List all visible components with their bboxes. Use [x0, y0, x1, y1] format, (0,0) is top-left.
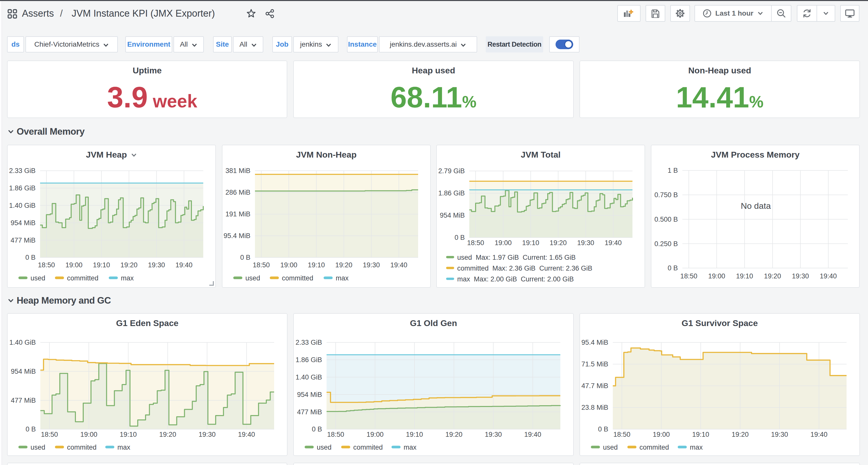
svg-text:19:40: 19:40	[524, 431, 541, 438]
svg-text:19:20: 19:20	[550, 239, 567, 247]
svg-text:18:50: 18:50	[253, 261, 270, 269]
svg-text:0 B: 0 B	[598, 426, 608, 433]
svg-text:committed Max: 2.36 GiB Curr: committed Max: 2.36 GiB Current: 2.36 Gi…	[457, 265, 592, 272]
svg-text:max: max	[403, 443, 416, 451]
svg-text:19:30: 19:30	[363, 261, 380, 269]
svg-text:1.40 GiB: 1.40 GiB	[296, 373, 322, 381]
svg-text:954 MiB: 954 MiB	[11, 368, 36, 375]
svg-text:19:40: 19:40	[176, 261, 193, 269]
svg-text:23.8 MiB: 23.8 MiB	[581, 404, 608, 411]
svg-text:1.86 GiB: 1.86 GiB	[296, 356, 322, 364]
svg-text:19:40: 19:40	[238, 431, 255, 438]
svg-text:19:40: 19:40	[820, 272, 837, 280]
svg-text:19:10: 19:10	[120, 431, 137, 438]
svg-text:19:10: 19:10	[93, 261, 110, 269]
svg-text:19:00: 19:00	[366, 431, 383, 438]
svg-text:95.4 MiB: 95.4 MiB	[223, 232, 250, 240]
svg-text:0 B: 0 B	[25, 254, 36, 261]
svg-text:954 MiB: 954 MiB	[10, 219, 36, 227]
svg-text:No data: No data	[741, 201, 771, 211]
svg-text:used: used	[603, 443, 618, 451]
svg-text:19:00: 19:00	[495, 239, 512, 247]
svg-text:19:40: 19:40	[810, 431, 828, 438]
svg-text:0.750 B: 0.750 B	[654, 191, 678, 199]
svg-text:19:20: 19:20	[159, 431, 176, 438]
svg-text:19:20: 19:20	[335, 261, 352, 269]
svg-text:0 B: 0 B	[240, 254, 250, 261]
svg-text:19:00: 19:00	[653, 431, 670, 438]
svg-text:191 MiB: 191 MiB	[225, 210, 250, 218]
svg-text:18:50: 18:50	[38, 261, 55, 269]
svg-text:71.5 MiB: 71.5 MiB	[581, 360, 608, 368]
svg-text:19:30: 19:30	[771, 431, 788, 438]
svg-text:954 MiB: 954 MiB	[440, 212, 465, 219]
svg-text:18:50: 18:50	[327, 431, 344, 438]
svg-text:commited: commited	[67, 443, 97, 451]
svg-text:19:10: 19:10	[522, 239, 539, 247]
svg-text:19:40: 19:40	[605, 239, 622, 247]
svg-text:19:40: 19:40	[391, 261, 407, 269]
svg-text:18:50: 18:50	[680, 272, 698, 280]
svg-text:2.79 GiB: 2.79 GiB	[438, 167, 465, 175]
svg-text:max: max	[336, 274, 349, 282]
svg-text:used: used	[31, 274, 45, 282]
svg-text:max: max	[121, 274, 134, 282]
svg-text:1.86 GiB: 1.86 GiB	[438, 189, 465, 197]
svg-text:477 MiB: 477 MiB	[10, 237, 36, 244]
svg-text:19:20: 19:20	[121, 261, 138, 269]
svg-text:0.500 B: 0.500 B	[654, 216, 678, 223]
svg-text:286 MiB: 286 MiB	[225, 189, 250, 196]
svg-text:19:00: 19:00	[65, 261, 83, 269]
svg-text:19:20: 19:20	[445, 431, 463, 438]
svg-text:477 MiB: 477 MiB	[297, 408, 322, 416]
svg-text:0 B: 0 B	[312, 426, 322, 433]
svg-text:18:50: 18:50	[467, 239, 484, 247]
svg-text:commited: commited	[640, 443, 669, 451]
svg-text:max: max	[690, 443, 703, 451]
svg-text:19:20: 19:20	[732, 431, 749, 438]
svg-text:19:30: 19:30	[577, 239, 594, 247]
svg-text:19:30: 19:30	[148, 261, 165, 269]
svg-text:1.40 GiB: 1.40 GiB	[9, 202, 36, 209]
svg-text:0 B: 0 B	[455, 234, 465, 241]
svg-text:used: used	[31, 443, 45, 451]
svg-text:0 B: 0 B	[26, 426, 36, 433]
svg-text:19:10: 19:10	[736, 272, 753, 280]
svg-text:used: used	[245, 274, 260, 282]
svg-text:19:20: 19:20	[764, 272, 781, 280]
svg-text:commited: commited	[353, 443, 383, 451]
svg-text:954 MiB: 954 MiB	[297, 391, 322, 398]
svg-text:1 B: 1 B	[668, 167, 678, 174]
svg-text:used Max: 1.97 GiB Current:: used Max: 1.97 GiB Current: 1.65 GiB	[457, 254, 576, 261]
svg-text:19:10: 19:10	[406, 431, 423, 438]
svg-text:95.4 MiB: 95.4 MiB	[581, 339, 608, 346]
svg-text:0.250 B: 0.250 B	[654, 240, 678, 248]
svg-text:18:50: 18:50	[613, 431, 630, 438]
svg-text:0 B: 0 B	[668, 264, 678, 272]
svg-text:1.86 GiB: 1.86 GiB	[9, 184, 36, 192]
svg-text:committed: committed	[282, 274, 313, 282]
svg-text:2.33 GiB: 2.33 GiB	[296, 339, 322, 346]
svg-text:18:50: 18:50	[41, 431, 58, 438]
svg-text:1.40 GiB: 1.40 GiB	[9, 339, 36, 346]
svg-text:2.33 GiB: 2.33 GiB	[9, 167, 36, 175]
svg-text:19:30: 19:30	[485, 431, 502, 438]
svg-text:19:10: 19:10	[692, 431, 709, 438]
svg-text:19:00: 19:00	[708, 272, 725, 280]
svg-text:19:00: 19:00	[80, 431, 97, 438]
svg-text:47.7 MiB: 47.7 MiB	[581, 382, 608, 390]
svg-text:committed: committed	[67, 274, 99, 282]
svg-text:381 MiB: 381 MiB	[225, 167, 250, 175]
svg-text:max: max	[117, 443, 130, 451]
svg-text:19:30: 19:30	[198, 431, 216, 438]
svg-text:19:00: 19:00	[280, 261, 297, 269]
svg-text:19:10: 19:10	[308, 261, 325, 269]
svg-text:max Max: 2.00 GiB Current: 2: max Max: 2.00 GiB Current: 2.00 GiB	[457, 275, 574, 283]
svg-text:used: used	[317, 443, 332, 451]
svg-text:19:30: 19:30	[792, 272, 809, 280]
svg-text:477 MiB: 477 MiB	[11, 397, 36, 404]
